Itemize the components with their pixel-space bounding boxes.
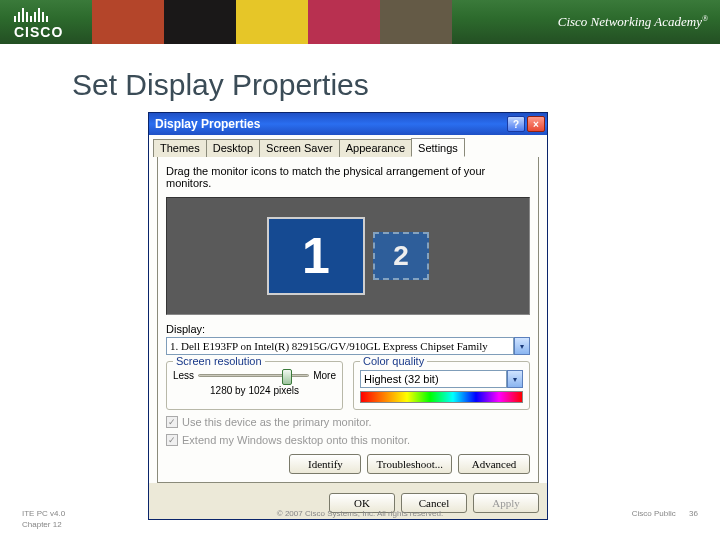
slide-footer: ITE PC v4.0 Chapter 12 © 2007 Cisco Syst… [0,509,720,530]
banner-photo-strip [92,0,452,44]
color-quality-legend: Color quality [360,355,427,367]
tab-desktop[interactable]: Desktop [206,139,260,157]
identify-button[interactable]: Identify [289,454,361,474]
chevron-down-icon[interactable]: ▾ [507,370,523,388]
tab-appearance[interactable]: Appearance [339,139,412,157]
resolution-legend: Screen resolution [173,355,265,367]
tab-settings[interactable]: Settings [411,138,465,157]
monitor-1-icon[interactable]: 1 [267,217,365,295]
footer-copyright: © 2007 Cisco Systems, Inc. All rights re… [182,509,538,530]
troubleshoot-button[interactable]: Troubleshoot... [367,454,452,474]
tab-screen-saver[interactable]: Screen Saver [259,139,340,157]
color-quality-group: Color quality ▾ [353,361,530,410]
primary-monitor-checkbox[interactable]: ✓ [166,416,178,428]
slider-thumb[interactable] [282,369,292,385]
slide-banner: CISCO Cisco Networking Academy® [0,0,720,44]
resolution-value: 1280 by 1024 pixels [173,385,336,396]
primary-monitor-label: Use this device as the primary monitor. [182,416,372,428]
settings-panel: Drag the monitor icons to match the phys… [157,157,539,483]
titlebar[interactable]: Display Properties ? × [149,113,547,135]
display-select-value[interactable] [166,337,514,355]
color-spectrum-bar [360,391,523,403]
resolution-slider[interactable] [198,374,309,377]
color-quality-value[interactable] [360,370,507,388]
academy-label: Cisco Networking Academy® [558,14,708,30]
close-button[interactable]: × [527,116,545,132]
primary-monitor-checkbox-row: ✓ Use this device as the primary monitor… [166,416,530,428]
help-button[interactable]: ? [507,116,525,132]
extend-desktop-checkbox[interactable]: ✓ [166,434,178,446]
slide-number: 36 [689,509,698,518]
slide-title: Set Display Properties [72,68,720,102]
chevron-down-icon[interactable]: ▾ [514,337,530,355]
window-title: Display Properties [155,117,505,131]
extend-desktop-label: Extend my Windows desktop onto this moni… [182,434,410,446]
cisco-logo: CISCO [14,6,63,40]
monitor-arrangement-area[interactable]: 1 2 [166,197,530,315]
footer-chapter: Chapter 12 [22,520,182,530]
less-label: Less [173,370,194,381]
tab-themes[interactable]: Themes [153,139,207,157]
tab-strip: Themes Desktop Screen Saver Appearance S… [153,139,543,157]
display-label: Display: [166,323,530,335]
more-label: More [313,370,336,381]
display-properties-dialog: Display Properties ? × Themes Desktop Sc… [148,112,548,520]
footer-classification: Cisco Public [632,509,676,518]
extend-desktop-checkbox-row: ✓ Extend my Windows desktop onto this mo… [166,434,530,446]
logo-text: CISCO [14,24,63,40]
display-select[interactable]: ▾ [166,337,530,355]
advanced-button[interactable]: Advanced [458,454,530,474]
drag-hint: Drag the monitor icons to match the phys… [166,165,530,189]
footer-course: ITE PC v4.0 [22,509,182,519]
monitor-2-icon[interactable]: 2 [373,232,429,280]
color-quality-select[interactable]: ▾ [360,370,523,388]
screen-resolution-group: Screen resolution Less More 1280 by 1024… [166,361,343,410]
